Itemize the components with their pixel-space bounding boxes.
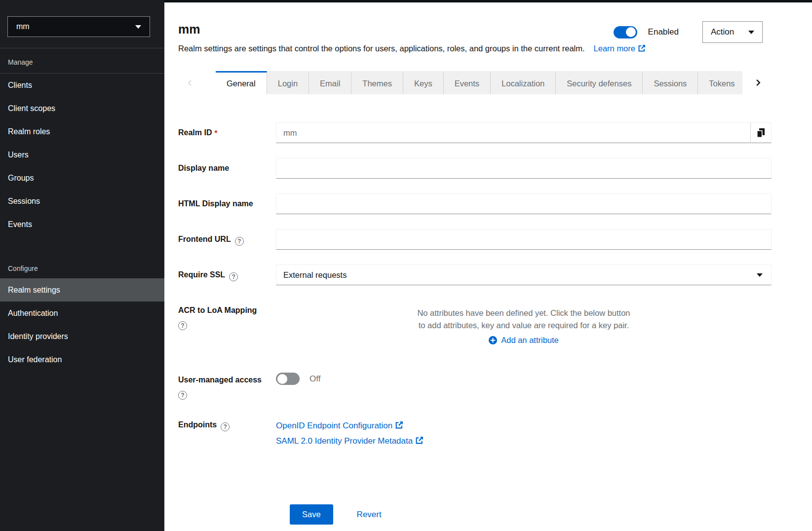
user-managed-access-label: User-managed access ? <box>178 370 276 400</box>
tab-keys[interactable]: Keys <box>403 71 444 94</box>
add-attribute-link[interactable]: Add an attribute <box>276 336 772 345</box>
help-icon[interactable]: ? <box>235 237 244 246</box>
sidebar-item-sessions[interactable]: Sessions <box>0 190 164 213</box>
tab-localization[interactable]: Localization <box>491 71 556 94</box>
sidebar-item-realm-settings[interactable]: Realm settings <box>0 278 164 302</box>
sidebar-item-client-scopes[interactable]: Client scopes <box>0 97 164 120</box>
realm-enabled-toggle[interactable] <box>614 26 637 38</box>
openid-endpoint-configuration-link[interactable]: OpenID Endpoint Configuration <box>276 418 403 434</box>
action-dropdown-button[interactable]: Action <box>702 21 763 43</box>
sidebar-item-authentication[interactable]: Authentication <box>0 302 164 325</box>
realm-id-label: Realm ID* <box>178 122 276 138</box>
tab-sessions[interactable]: Sessions <box>643 71 698 94</box>
tab-security-defenses[interactable]: Security defenses <box>556 71 643 94</box>
require-ssl-row: Require SSL? External requests <box>178 265 772 285</box>
realm-id-input[interactable] <box>276 122 750 143</box>
help-icon[interactable]: ? <box>178 391 187 400</box>
require-ssl-select[interactable]: External requests <box>276 265 772 285</box>
external-link-icon <box>638 44 646 54</box>
save-button[interactable]: Save <box>290 504 333 525</box>
tab-tokens[interactable]: Tokens <box>698 71 742 94</box>
header-controls: Enabled Action <box>614 21 763 43</box>
acr-empty-state: No attributes have been defined yet. Cli… <box>276 300 772 345</box>
external-link-icon <box>395 419 403 434</box>
saml-metadata-link[interactable]: SAML 2.0 Identity Provider Metadata <box>276 434 424 449</box>
page-header: mm Realm settings are settings that cont… <box>164 2 812 54</box>
tab-login[interactable]: Login <box>267 71 309 94</box>
sidebar-manage-nav: Clients Client scopes Realm roles Users … <box>0 74 164 236</box>
tab-email[interactable]: Email <box>309 71 351 94</box>
acr-to-loa-row: ACR to LoA Mapping ? No attributes have … <box>178 300 772 345</box>
tab-themes[interactable]: Themes <box>351 71 403 94</box>
toggle-knob <box>626 27 636 37</box>
require-ssl-select-wrap: External requests <box>276 265 772 285</box>
sidebar-section-configure: Configure <box>0 257 164 278</box>
user-managed-access-toggle[interactable] <box>276 373 300 385</box>
display-name-row: Display name <box>178 158 772 179</box>
frontend-url-label: Frontend URL? <box>178 229 276 246</box>
realm-selector-dropdown[interactable]: mm <box>7 16 150 37</box>
required-asterisk: * <box>214 128 217 137</box>
acr-to-loa-label: ACR to LoA Mapping ? <box>178 300 276 330</box>
sidebar-item-users[interactable]: Users <box>0 143 164 166</box>
sidebar-configure-nav: Realm settings Authentication Identity p… <box>0 278 164 371</box>
help-icon[interactable]: ? <box>229 272 238 281</box>
toggle-knob <box>277 374 287 384</box>
help-icon[interactable]: ? <box>178 321 187 330</box>
display-name-input[interactable] <box>276 158 772 179</box>
revert-link[interactable]: Revert <box>357 510 382 520</box>
endpoints-row: Endpoints? OpenID Endpoint Configuration… <box>178 415 772 449</box>
chevron-down-icon <box>757 273 763 277</box>
require-ssl-label: Require SSL? <box>178 265 276 281</box>
tabs-bar: General Login Email Themes Keys Events L… <box>164 71 812 94</box>
page-description: Realm settings are settings that control… <box>178 44 798 54</box>
acr-empty-text: No attributes have been defined yet. Cli… <box>415 307 632 332</box>
chevron-right-icon <box>754 78 762 87</box>
action-dropdown-label: Action <box>711 27 734 37</box>
require-ssl-selected-value: External requests <box>283 270 347 280</box>
external-link-icon <box>415 435 424 449</box>
copy-button[interactable] <box>750 122 772 143</box>
endpoints-links: OpenID Endpoint Configuration SAML 2.0 I… <box>276 415 772 449</box>
tab-events[interactable]: Events <box>444 71 491 94</box>
main-content: mm Realm settings are settings that cont… <box>164 0 812 531</box>
realm-id-input-group <box>276 122 772 143</box>
html-display-name-input[interactable] <box>276 193 772 214</box>
user-managed-access-row: User-managed access ? Off <box>178 370 772 400</box>
sidebar-item-user-federation[interactable]: User federation <box>0 348 164 371</box>
sidebar-item-groups[interactable]: Groups <box>0 166 164 190</box>
tabs-strip: General Login Email Themes Keys Events L… <box>216 71 742 94</box>
chevron-left-icon <box>187 79 193 87</box>
user-managed-access-control: Off <box>276 370 772 385</box>
sidebar-item-events[interactable]: Events <box>0 213 164 236</box>
html-display-name-label: HTML Display name <box>178 193 276 209</box>
help-icon[interactable]: ? <box>221 422 230 431</box>
sidebar-item-clients[interactable]: Clients <box>0 74 164 97</box>
page-description-text: Realm settings are settings that control… <box>178 44 585 53</box>
frontend-url-input[interactable] <box>276 229 772 250</box>
enabled-label: Enabled <box>648 27 679 37</box>
tab-general[interactable]: General <box>216 71 267 94</box>
display-name-label: Display name <box>178 158 276 173</box>
realm-selector-value: mm <box>16 22 30 31</box>
user-managed-access-state: Off <box>309 374 320 384</box>
learn-more-link[interactable]: Learn more <box>594 44 646 53</box>
chevron-down-icon <box>748 31 754 34</box>
sidebar-section-manage: Manage <box>0 48 164 73</box>
copy-icon <box>757 128 765 138</box>
realm-id-row: Realm ID* <box>178 122 772 143</box>
frontend-url-row: Frontend URL? <box>178 229 772 250</box>
sidebar-item-realm-roles[interactable]: Realm roles <box>0 120 164 143</box>
tab-scroll-left-button[interactable] <box>164 71 216 94</box>
form-actions: Save Revert <box>178 504 772 525</box>
sidebar-item-identity-providers[interactable]: Identity providers <box>0 325 164 348</box>
chevron-down-icon <box>135 25 141 29</box>
sidebar: mm Manage Clients Client scopes Realm ro… <box>0 0 164 531</box>
plus-circle-icon <box>489 336 497 344</box>
general-settings-form: Realm ID* Display name HTML Display name… <box>164 122 812 525</box>
endpoints-label: Endpoints? <box>178 415 276 431</box>
tab-scroll-right-button[interactable] <box>742 71 773 94</box>
html-display-name-row: HTML Display name <box>178 193 772 214</box>
